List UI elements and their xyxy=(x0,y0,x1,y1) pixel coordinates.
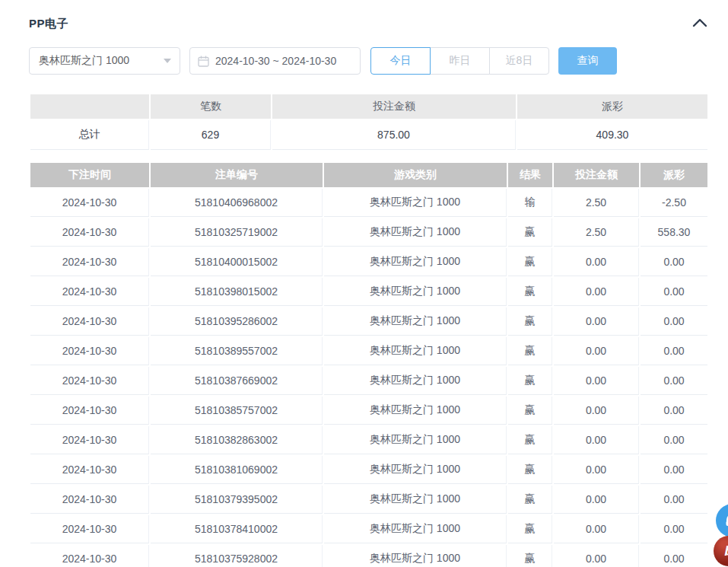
records-col-header-4: 投注金额 xyxy=(554,163,639,187)
bet-id-cell: 51810385757002 xyxy=(151,397,323,425)
summary-col-count: 笔数 xyxy=(151,94,271,119)
payout-cell: 0.00 xyxy=(641,307,707,336)
quick-date-button-0[interactable]: 今日 xyxy=(370,47,431,75)
brand-floating-button[interactable]: b xyxy=(714,536,728,566)
result-cell: 赢 xyxy=(508,278,552,306)
bet-amount-cell: 0.00 xyxy=(554,545,639,567)
result-cell: 赢 xyxy=(508,515,552,543)
game-type-cell: 奥林匹斯之门 1000 xyxy=(324,367,507,395)
result-cell: 赢 xyxy=(508,218,552,247)
payout-cell: 0.00 xyxy=(641,486,707,514)
pp-electronic-panel: PP电子 奥林匹斯之门 1000 2024-10-30 ~ 2024-10-30… xyxy=(29,0,709,567)
game-type-cell: 奥林匹斯之门 1000 xyxy=(324,278,507,306)
payout-cell: 0.00 xyxy=(641,426,707,454)
payout-cell: 0.00 xyxy=(641,397,707,425)
table-row: 2024-10-3051810387669002奥林匹斯之门 1000赢0.00… xyxy=(30,367,707,395)
table-row: 2024-10-3051810398015002奥林匹斯之门 1000赢0.00… xyxy=(30,278,707,306)
table-row: 2024-10-3051810385757002奥林匹斯之门 1000赢0.00… xyxy=(30,397,707,425)
table-row: 2024-10-3051810406968002奥林匹斯之门 1000输2.50… xyxy=(30,189,707,217)
bet-time-cell: 2024-10-30 xyxy=(30,426,149,454)
records-header-row: 下注时间注单编号游戏类别结果投注金额派彩 xyxy=(30,163,707,187)
summary-total-label: 总计 xyxy=(30,120,149,150)
bet-amount-cell: 2.50 xyxy=(554,218,639,247)
bet-amount-cell: 0.00 xyxy=(554,426,639,454)
table-row: 2024-10-3051810400015002奥林匹斯之门 1000赢0.00… xyxy=(30,248,707,276)
summary-total-payout: 409.30 xyxy=(517,120,707,150)
brand-letter: b xyxy=(724,543,728,559)
bet-id-cell: 51810375928002 xyxy=(151,545,323,567)
calendar-icon xyxy=(198,56,209,67)
quick-date-button-2[interactable]: 近8日 xyxy=(489,47,549,75)
customer-service-button[interactable] xyxy=(716,504,728,537)
payout-cell: 0.00 xyxy=(641,278,707,306)
game-type-cell: 奥林匹斯之门 1000 xyxy=(324,218,507,247)
date-range-value: 2024-10-30 ~ 2024-10-30 xyxy=(215,55,336,67)
game-type-cell: 奥林匹斯之门 1000 xyxy=(324,426,507,454)
result-cell: 输 xyxy=(508,189,552,217)
result-cell: 赢 xyxy=(508,545,552,567)
records-table: 下注时间注单编号游戏类别结果投注金额派彩 2024-10-30518104069… xyxy=(29,161,709,567)
bet-amount-cell: 0.00 xyxy=(554,337,639,365)
payout-cell: 0.00 xyxy=(641,367,707,395)
game-type-cell: 奥林匹斯之门 1000 xyxy=(324,248,507,276)
bet-time-cell: 2024-10-30 xyxy=(30,337,149,365)
table-row: 2024-10-3051810395286002奥林匹斯之门 1000赢0.00… xyxy=(30,307,707,336)
records-col-header-3: 结果 xyxy=(508,163,552,187)
summary-col-empty xyxy=(30,94,149,119)
bet-time-cell: 2024-10-30 xyxy=(30,218,149,247)
quick-date-button-group: 今日昨日近8日 xyxy=(370,47,549,75)
bet-id-cell: 51810400015002 xyxy=(151,248,323,276)
bet-time-cell: 2024-10-30 xyxy=(30,515,149,543)
table-row: 2024-10-3051810375928002奥林匹斯之门 1000赢0.00… xyxy=(30,545,707,567)
result-cell: 赢 xyxy=(508,456,552,484)
bet-time-cell: 2024-10-30 xyxy=(30,248,149,276)
payout-cell: 0.00 xyxy=(641,515,707,543)
payout-cell: -2.50 xyxy=(641,189,707,217)
bet-id-cell: 51810395286002 xyxy=(151,307,323,336)
game-type-cell: 奥林匹斯之门 1000 xyxy=(324,486,507,514)
search-button[interactable]: 查询 xyxy=(558,47,617,75)
bet-id-cell: 51810379395002 xyxy=(151,486,323,514)
bet-time-cell: 2024-10-30 xyxy=(30,189,149,217)
chevron-up-icon xyxy=(692,18,707,27)
result-cell: 赢 xyxy=(508,248,552,276)
payout-cell: 0.00 xyxy=(641,248,707,276)
table-row: 2024-10-3051810389557002奥林匹斯之门 1000赢0.00… xyxy=(30,337,707,365)
bet-id-cell: 51810387669002 xyxy=(151,367,323,395)
table-row: 2024-10-3051810378410002奥林匹斯之门 1000赢0.00… xyxy=(30,515,707,543)
table-row: 2024-10-3051810325719002奥林匹斯之门 1000赢2.50… xyxy=(30,218,707,247)
bet-amount-cell: 0.00 xyxy=(554,367,639,395)
game-type-cell: 奥林匹斯之门 1000 xyxy=(324,397,507,425)
bet-amount-cell: 0.00 xyxy=(554,515,639,543)
payout-cell: 558.30 xyxy=(641,218,707,247)
bet-amount-cell: 0.00 xyxy=(554,397,639,425)
bet-amount-cell: 0.00 xyxy=(554,248,639,276)
game-type-cell: 奥林匹斯之门 1000 xyxy=(324,189,507,217)
headset-icon xyxy=(724,512,728,529)
panel-header: PP电子 xyxy=(29,0,709,32)
table-row: 2024-10-3051810379395002奥林匹斯之门 1000赢0.00… xyxy=(30,486,707,514)
bet-time-cell: 2024-10-30 xyxy=(30,486,149,514)
game-select[interactable]: 奥林匹斯之门 1000 xyxy=(29,47,180,75)
result-cell: 赢 xyxy=(508,337,552,365)
game-select-value: 奥林匹斯之门 1000 xyxy=(39,54,129,68)
bet-id-cell: 51810381069002 xyxy=(151,456,323,484)
bet-time-cell: 2024-10-30 xyxy=(30,456,149,484)
game-type-cell: 奥林匹斯之门 1000 xyxy=(324,307,507,336)
result-cell: 赢 xyxy=(508,486,552,514)
bet-id-cell: 51810389557002 xyxy=(151,337,323,365)
bet-amount-cell: 0.00 xyxy=(554,278,639,306)
bet-amount-cell: 2.50 xyxy=(554,189,639,217)
game-type-cell: 奥林匹斯之门 1000 xyxy=(324,456,507,484)
quick-date-button-1[interactable]: 昨日 xyxy=(430,47,490,75)
collapse-panel-button[interactable] xyxy=(692,17,707,30)
game-type-cell: 奥林匹斯之门 1000 xyxy=(324,545,507,567)
game-type-cell: 奥林匹斯之门 1000 xyxy=(324,337,507,365)
bet-id-cell: 51810382863002 xyxy=(151,426,323,454)
game-type-cell: 奥林匹斯之门 1000 xyxy=(324,515,507,543)
date-range-picker[interactable]: 2024-10-30 ~ 2024-10-30 xyxy=(189,47,361,75)
records-col-header-2: 游戏类别 xyxy=(324,163,507,187)
payout-cell: 0.00 xyxy=(641,337,707,365)
payout-cell: 0.00 xyxy=(641,456,707,484)
bet-amount-cell: 0.00 xyxy=(554,307,639,336)
